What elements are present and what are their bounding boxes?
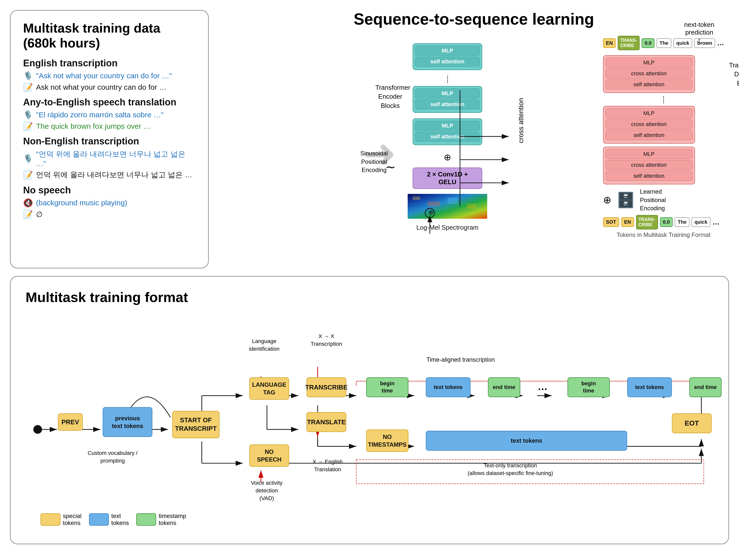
language-id-label: Languageidentification bbox=[242, 337, 287, 353]
custom-vocab-label: Custom vocabulary /prompting bbox=[85, 449, 140, 465]
decoder-mlp-2: MLP bbox=[605, 108, 693, 118]
nonenglish-item-2: 📝 언덕 위에 올라 내려다보면 너무나 넓고 넓은 … bbox=[23, 170, 196, 180]
nospeech-item-2: 📝 ∅ bbox=[23, 209, 196, 219]
decoder-area: next-tokenprediction ↑ EN TRANS-CRIBE 0.… bbox=[603, 36, 724, 238]
db-icon: 🗄️ bbox=[616, 191, 635, 209]
no-timestamps-node: NO TIMESTAMPS bbox=[366, 429, 408, 452]
begin-time-1-node: begin time bbox=[366, 377, 408, 397]
encoder-self-attn-2: self attention bbox=[415, 100, 480, 109]
flow-container: PREV previous text tokens Custom vocabul… bbox=[26, 318, 713, 536]
encoder-mlp-2: MLP bbox=[415, 89, 480, 99]
english-text-2: Ask not what your country can do for … bbox=[36, 83, 166, 92]
token-the-top: The bbox=[656, 38, 672, 48]
token-transcribe-top: TRANS-CRIBE bbox=[618, 36, 639, 50]
bottom-title: Multitask training format bbox=[26, 289, 713, 305]
section-nospeech: No speech 🔇 (background music playing) 📝… bbox=[23, 185, 196, 219]
decoder-block-1: MLP cross attention self attention bbox=[603, 147, 695, 184]
legend-special-box bbox=[40, 513, 60, 526]
dots-1: … bbox=[538, 381, 548, 392]
legend: special tokens text tokens timestamp tok… bbox=[40, 513, 186, 527]
mic-icon-3: 🎙️ bbox=[23, 154, 33, 163]
encoder-block-1: MLP self attention bbox=[413, 118, 482, 145]
encoder-mlp-1: MLP bbox=[415, 121, 480, 131]
nospeech-item-1: 🔇 (background music playing) bbox=[23, 198, 196, 207]
encoder-self-attn-1: self attention bbox=[415, 132, 480, 142]
legend-text-label: text tokens bbox=[111, 513, 129, 527]
spectrogram-label: Log-Mel Spectrogram bbox=[416, 224, 478, 232]
translation-item-1: 🎙️ "El rápido zorro marrón salta sobre …… bbox=[23, 110, 196, 120]
encoder-label: Transformer Encoder Blocks bbox=[375, 83, 405, 110]
tokens-bottom-row: SOT EN TRANS-CRIBE 0.0 The quick … bbox=[603, 215, 724, 230]
legend-timestamp-box bbox=[136, 513, 156, 526]
pencil-icon-3: 📝 bbox=[23, 170, 33, 180]
decoder-bottom: ⊕ 🗄️ LearnedPositionalEncoding bbox=[603, 187, 724, 213]
encoder-mlp-3: MLP bbox=[415, 46, 480, 56]
nospeech-text-1: (background music playing) bbox=[36, 198, 127, 207]
x-to-en-label: X → EnglishTranslation bbox=[306, 458, 349, 473]
mic-icon-2: 🎙️ bbox=[23, 110, 33, 120]
token-the-bottom: The bbox=[675, 217, 690, 227]
token-dots-bottom: … bbox=[712, 218, 719, 226]
token-sot: SOT bbox=[603, 217, 619, 227]
bottom-section: Multitask training format bbox=[10, 276, 729, 544]
end-time-1-node: end time bbox=[488, 377, 520, 397]
x-to-x-label: X → XTranscription bbox=[306, 332, 346, 348]
encoder-bottom: ⊕ bbox=[444, 152, 451, 163]
encoder-block-3: MLP self attention bbox=[413, 43, 482, 70]
start-transcript-node: START OF TRANSCRIPT bbox=[172, 411, 219, 438]
translate-node: TRANSLATE bbox=[306, 412, 346, 432]
eot-node: EOT bbox=[672, 413, 712, 433]
english-text-1: "Ask not what your country can do for …" bbox=[36, 72, 172, 80]
spectrogram bbox=[408, 194, 487, 219]
legend-text-box bbox=[89, 513, 109, 526]
nonenglish-item-1: 🎙️ "언덕 위에 올라 내려다보면 너무나 넓고 넓은 …" bbox=[23, 149, 196, 168]
pencil-icon-1: 📝 bbox=[23, 83, 33, 92]
text-tokens-1-node: text tokens bbox=[426, 377, 470, 397]
section-translation: Any-to-English speech translation 🎙️ "El… bbox=[23, 97, 196, 131]
legend-timestamp-label: timestamp tokens bbox=[159, 513, 186, 527]
translation-text-2: The quick brown fox jumps over … bbox=[36, 122, 151, 131]
prev-text-tokens-node: previous text tokens bbox=[103, 407, 152, 437]
decoder-self-attn-3: self attention bbox=[605, 80, 693, 90]
tilde-sign: ∼ bbox=[385, 160, 396, 174]
decoder-mlp-1: MLP bbox=[605, 149, 693, 159]
seq2seq-section: Sequence-to-sequence learning ➜ Transfor… bbox=[219, 10, 729, 268]
next-token-label: next-tokenprediction ↑ bbox=[675, 21, 724, 45]
text-only-label: Text-only transcription (allows dataset-… bbox=[448, 462, 573, 477]
decoder-block-2: MLP cross attention self attention bbox=[603, 106, 695, 144]
vad-label: Voice activitydetection(VAD) bbox=[242, 479, 292, 502]
legend-text-tokens: text tokens bbox=[89, 513, 129, 527]
begin-time-2-node: begin time bbox=[568, 377, 610, 397]
decoder-block-3: MLP cross attention self attention bbox=[603, 55, 695, 93]
section-heading-nonenglish: Non-English transcription bbox=[23, 136, 196, 147]
mute-icon: 🔇 bbox=[23, 198, 33, 207]
no-speech-node: NO SPEECH bbox=[249, 444, 289, 467]
translation-item-2: 📝 The quick brown fox jumps over … bbox=[23, 122, 196, 131]
multitask-title: Multitask training data (680k hours) bbox=[23, 21, 196, 50]
token-00-bottom: 0.0 bbox=[660, 217, 673, 227]
decoder-self-attn-2: self attention bbox=[605, 130, 693, 140]
legend-special-tokens: special tokens bbox=[40, 513, 82, 527]
section-nonenglish: Non-English transcription 🎙️ "언덕 위에 올라 내… bbox=[23, 136, 196, 180]
top-section: Multitask training data (680k hours) Eng… bbox=[0, 0, 739, 273]
mic-icon-1: 🎙️ bbox=[23, 71, 33, 81]
token-en-top: EN bbox=[603, 38, 616, 48]
cross-attention-label: cross attention bbox=[517, 98, 525, 143]
diagram-container: ➜ Transformer Encoder Blocks MLP self at… bbox=[219, 36, 729, 272]
decoder-dots bbox=[663, 96, 664, 103]
text-tokens-2-node: text tokens bbox=[627, 377, 672, 397]
svg-rect-8 bbox=[467, 204, 476, 208]
encoder-block-2: MLP self attention bbox=[413, 86, 482, 113]
svg-rect-6 bbox=[428, 201, 440, 206]
end-time-2-node: end time bbox=[689, 377, 722, 397]
decoder-cross-attn-3: cross attention bbox=[605, 68, 693, 79]
language-tag-node: LANGUAGE TAG bbox=[249, 377, 289, 400]
translation-text-1: "El rápido zorro marrón salta sobre …" bbox=[36, 111, 164, 119]
prev-node: PREV bbox=[58, 413, 83, 431]
svg-rect-5 bbox=[413, 196, 420, 200]
pencil-icon-2: 📝 bbox=[23, 122, 33, 131]
decoder-mlp-3: MLP bbox=[605, 58, 693, 67]
nospeech-text-2: ∅ bbox=[36, 210, 42, 219]
decoder-blocks-label: TransformerDecoderBlocks bbox=[729, 61, 739, 88]
tilde-symbol: ⊕ bbox=[444, 152, 451, 163]
